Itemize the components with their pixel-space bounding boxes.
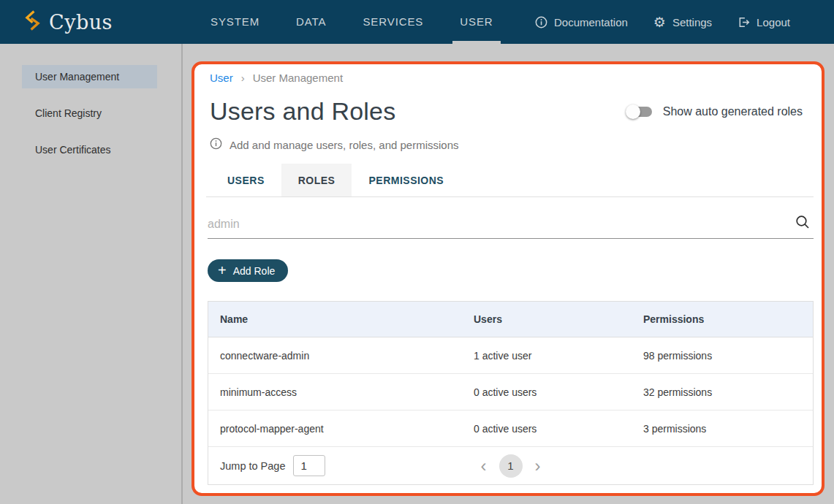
- breadcrumb-current: User Management: [253, 72, 343, 84]
- page-header: Users and Roles Show auto generated role…: [206, 97, 814, 126]
- column-header-permissions: Permissions: [632, 302, 813, 337]
- page-subtitle-row: Add and manage users, roles, and permiss…: [206, 137, 814, 152]
- chevron-left-icon[interactable]: ‹: [479, 457, 489, 475]
- logout-icon: [738, 16, 750, 28]
- role-name: connectware-admin: [208, 337, 462, 373]
- tab-bar: USERS ROLES PERMISSIONS: [206, 164, 814, 197]
- role-users: 0 active users: [462, 411, 632, 446]
- column-header-name: Name: [208, 302, 462, 337]
- search-row: [208, 213, 814, 239]
- role-users: 1 active user: [462, 337, 632, 373]
- nav-item-services[interactable]: SERVICES: [363, 0, 423, 44]
- search-icon[interactable]: [795, 214, 811, 233]
- logout-button[interactable]: Logout: [738, 16, 790, 28]
- sidebar-item-user-management[interactable]: User Management: [22, 65, 157, 88]
- role-name: protocol-mapper-agent: [208, 411, 462, 446]
- top-navbar: Cybus SYSTEM DATA SERVICES USER Document…: [0, 0, 834, 44]
- breadcrumb-link-user[interactable]: User: [210, 72, 233, 84]
- logout-label: Logout: [757, 16, 790, 28]
- nav-menu: SYSTEM DATA SERVICES USER: [211, 0, 493, 44]
- settings-button[interactable]: ⚙ Settings: [653, 15, 712, 29]
- table-header-row: Name Users Permissions: [208, 302, 813, 337]
- add-role-label: Add Role: [233, 265, 276, 277]
- breadcrumb: User › User Management: [206, 72, 814, 84]
- role-users: 0 active users: [462, 374, 632, 410]
- main-content-card: User › User Management Users and Roles S…: [192, 61, 824, 496]
- nav-actions: Documentation ⚙ Settings Logout: [535, 0, 790, 44]
- pager: ‹ 1 ›: [479, 454, 543, 478]
- toggle-label: Show auto generated roles: [663, 105, 803, 118]
- jump-to-page-label: Jump to Page: [220, 460, 285, 472]
- nav-item-data[interactable]: DATA: [296, 0, 326, 44]
- jump-to-page-input[interactable]: [293, 455, 325, 476]
- brand-logo[interactable]: Cybus: [24, 0, 113, 44]
- plus-icon: +: [218, 263, 227, 278]
- tab-users[interactable]: USERS: [211, 164, 281, 196]
- sidebar: User Management Client Registry User Cer…: [0, 44, 183, 504]
- page-title: Users and Roles: [210, 97, 395, 126]
- toggle-knob: [626, 104, 640, 119]
- show-auto-roles-toggle[interactable]: [626, 104, 652, 119]
- table-row[interactable]: protocol-mapper-agent 0 active users 3 p…: [208, 411, 813, 447]
- add-role-button[interactable]: + Add Role: [208, 259, 288, 282]
- nav-item-user[interactable]: USER: [460, 0, 493, 44]
- tab-roles[interactable]: ROLES: [281, 164, 352, 196]
- sidebar-item-client-registry[interactable]: Client Registry: [22, 102, 157, 125]
- pagination-bar: Jump to Page ‹ 1 ›: [208, 447, 813, 484]
- page-subtitle: Add and manage users, roles, and permiss…: [230, 139, 459, 151]
- settings-label: Settings: [672, 16, 712, 28]
- sidebar-item-user-certificates[interactable]: User Certificates: [22, 138, 157, 161]
- tab-permissions[interactable]: PERMISSIONS: [352, 164, 460, 196]
- page-number-button[interactable]: 1: [499, 454, 523, 478]
- role-permissions: 98 permissions: [632, 337, 813, 373]
- brand-name: Cybus: [49, 11, 113, 34]
- info-circle-icon: [535, 16, 547, 28]
- roles-table: Name Users Permissions connectware-admin…: [208, 301, 814, 485]
- role-name: minimum-access: [208, 374, 462, 410]
- chevron-right-icon: ›: [241, 72, 245, 84]
- table-row[interactable]: minimum-access 0 active users 32 permiss…: [208, 374, 813, 411]
- role-permissions: 32 permissions: [632, 374, 813, 410]
- auto-roles-toggle-group: Show auto generated roles: [626, 104, 814, 119]
- table-row[interactable]: connectware-admin 1 active user 98 permi…: [208, 337, 813, 374]
- documentation-label: Documentation: [554, 16, 628, 28]
- gear-icon: ⚙: [653, 15, 666, 29]
- cybus-diamond-icon: [24, 9, 41, 34]
- nav-item-system[interactable]: SYSTEM: [211, 0, 259, 44]
- column-header-users: Users: [462, 302, 632, 337]
- chevron-right-icon[interactable]: ›: [533, 457, 543, 475]
- documentation-button[interactable]: Documentation: [535, 16, 628, 28]
- info-circle-icon: [210, 137, 222, 152]
- role-permissions: 3 permissions: [632, 411, 813, 446]
- search-input[interactable]: [208, 213, 814, 239]
